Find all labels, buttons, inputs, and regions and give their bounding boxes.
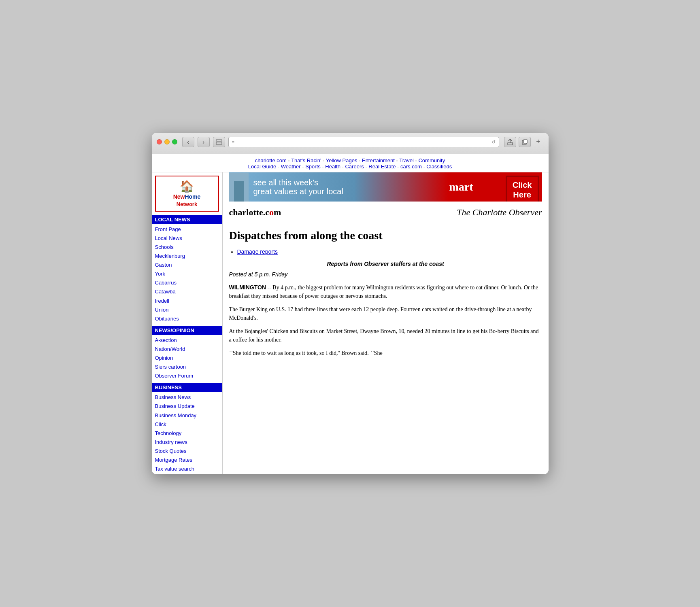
nav-weather[interactable]: Weather bbox=[281, 163, 301, 170]
banner-line2: great values at your local bbox=[253, 187, 537, 196]
article-para-4: ``She told me to wait as long as it took… bbox=[229, 349, 542, 357]
minimize-button[interactable] bbox=[164, 139, 170, 144]
brand-row: charlotte.com The Charlotte Observer bbox=[229, 205, 542, 222]
sidebar-link-schools[interactable]: Schools bbox=[155, 243, 219, 252]
nav-yellow-pages[interactable]: Yellow Pages bbox=[326, 157, 357, 163]
close-button[interactable] bbox=[157, 139, 162, 144]
banner-line1: see all this week's bbox=[253, 178, 537, 187]
svg-rect-0 bbox=[216, 140, 222, 141]
refresh-button[interactable]: ↺ bbox=[491, 139, 496, 145]
browser-window: ‹ › ≡ ↺ bbox=[152, 133, 549, 474]
back-button[interactable]: ‹ bbox=[182, 137, 194, 147]
kmart-logo: mart bbox=[449, 180, 473, 193]
observer-brand: The Charlotte Observer bbox=[457, 207, 542, 218]
forward-button[interactable]: › bbox=[198, 137, 210, 147]
svg-rect-1 bbox=[216, 142, 222, 144]
nav-health[interactable]: Health bbox=[325, 163, 340, 170]
click-here-button[interactable]: Click Here bbox=[506, 176, 539, 202]
sidebar-local-news-links: Front Page Local News Schools Mecklenbur… bbox=[152, 224, 222, 324]
nav-sports[interactable]: Sports bbox=[305, 163, 321, 170]
nav-cars[interactable]: cars.com bbox=[400, 163, 422, 170]
sidebar-link-gaston[interactable]: Gaston bbox=[155, 261, 219, 270]
article-para-1: WILMINGTON -- By 4 p.m., the biggest pro… bbox=[229, 283, 542, 300]
logo-new: New bbox=[173, 193, 185, 200]
sidebar-link-opinion[interactable]: Opinion bbox=[155, 354, 219, 363]
article-para-2: The Burger King on U.S. 17 had three lin… bbox=[229, 305, 542, 322]
nav-entertainment[interactable]: Entertainment bbox=[362, 157, 395, 163]
article-para-3: At the Bojangles' Chicken and Biscuits o… bbox=[229, 327, 542, 344]
article-title: Dispatches from along the coast bbox=[229, 229, 542, 242]
click-here-label: Click bbox=[513, 180, 532, 190]
sidebar-news-opinion-links: A-section Nation/World Opinion Siers car… bbox=[152, 335, 222, 381]
sidebar-link-york[interactable]: York bbox=[155, 270, 219, 278]
logo-home: Home bbox=[185, 193, 200, 200]
sidebar-link-local-news[interactable]: Local News bbox=[155, 234, 219, 243]
article-links: Damage reports bbox=[229, 248, 542, 255]
tabs-icon bbox=[216, 139, 222, 145]
sidebar-link-business-monday[interactable]: Business Monday bbox=[155, 411, 219, 420]
sidebar-link-business-news[interactable]: Business News bbox=[155, 393, 219, 402]
nav-travel[interactable]: Travel bbox=[399, 157, 414, 163]
main-layout: 🏠 NewHome Network LOCAL NEWS Front Page … bbox=[152, 172, 549, 474]
maximize-button[interactable] bbox=[172, 139, 177, 144]
logo-network: Network bbox=[177, 201, 197, 207]
sidebar-local-news-header: LOCAL NEWS bbox=[152, 215, 222, 224]
sidebar-business-links: Business News Business Update Business M… bbox=[152, 392, 222, 474]
sidebar-link-business-update[interactable]: Business Update bbox=[155, 402, 219, 411]
new-window-button[interactable] bbox=[519, 137, 531, 147]
nav-classifieds[interactable]: Classifieds bbox=[426, 163, 452, 170]
charlotte-dot: o bbox=[269, 207, 274, 217]
sidebar-link-mortgage-rates[interactable]: Mortgage Rates bbox=[155, 456, 219, 465]
browser-chrome: ‹ › ≡ ↺ bbox=[152, 133, 549, 154]
charlotte-brand: charlotte.com bbox=[229, 207, 281, 218]
new-tab-button[interactable]: + bbox=[533, 137, 544, 147]
damage-reports-link[interactable]: Damage reports bbox=[237, 248, 278, 255]
nav-local-guide[interactable]: Local Guide bbox=[248, 163, 276, 170]
article-posted: Posted at 5 p.m. Friday bbox=[229, 271, 542, 278]
sidebar-link-tax-value-search[interactable]: Tax value search bbox=[155, 465, 219, 473]
nav-community[interactable]: Community bbox=[418, 157, 445, 163]
sidebar-link-mecklenburg[interactable]: Mecklenburg bbox=[155, 252, 219, 261]
click-here-label2: Here bbox=[513, 190, 532, 200]
nav-charlotte[interactable]: charlotte.com bbox=[255, 157, 287, 163]
sidebar-link-obituaries[interactable]: Obituaries bbox=[155, 314, 219, 323]
nav-thats-racin[interactable]: That's Racin' bbox=[291, 157, 321, 163]
sidebar-link-industry-news[interactable]: Industry news bbox=[155, 438, 219, 447]
article-subhead: Reports from Observer staffers at the co… bbox=[229, 261, 542, 267]
sidebar-link-iredell[interactable]: Iredell bbox=[155, 297, 219, 306]
sidebar-link-catawba[interactable]: Catawba bbox=[155, 287, 219, 296]
sidebar-link-siers-cartoon[interactable]: Siers cartoon bbox=[155, 363, 219, 371]
browser-actions: + bbox=[504, 137, 544, 147]
traffic-lights bbox=[157, 139, 177, 144]
content-area: see all this week's great values at your… bbox=[223, 172, 549, 371]
sidebar-link-cabarrus[interactable]: Cabarrus bbox=[155, 278, 219, 287]
sidebar-link-observer-forum[interactable]: Observer Forum bbox=[155, 371, 219, 380]
browser-content: charlotte.com - That's Racin' - Yellow P… bbox=[152, 154, 549, 474]
nav-real-estate[interactable]: Real Estate bbox=[368, 163, 396, 170]
sidebar-link-a-section[interactable]: A-section bbox=[155, 336, 219, 345]
sidebar-link-stock-quotes[interactable]: Stock Quotes bbox=[155, 447, 219, 456]
address-bar-menu-icon: ≡ bbox=[232, 140, 234, 144]
sidebar-link-technology[interactable]: Technology bbox=[155, 429, 219, 438]
share-button[interactable] bbox=[504, 137, 516, 147]
tabs-button[interactable] bbox=[213, 137, 225, 147]
house-icon: 🏠 bbox=[159, 180, 215, 193]
sidebar-logo: 🏠 NewHome Network bbox=[155, 176, 219, 212]
svg-rect-4 bbox=[523, 140, 527, 143]
sidebar: 🏠 NewHome Network LOCAL NEWS Front Page … bbox=[152, 172, 223, 474]
sidebar-news-opinion-header: NEWS/OPINION bbox=[152, 326, 222, 335]
sidebar-link-nation-world[interactable]: Nation/World bbox=[155, 345, 219, 354]
address-bar[interactable]: ≡ ↺ bbox=[228, 137, 499, 147]
new-window-icon bbox=[522, 139, 528, 145]
site-nav: charlotte.com - That's Racin' - Yellow P… bbox=[152, 154, 549, 172]
banner-ad[interactable]: see all this week's great values at your… bbox=[229, 172, 542, 202]
share-icon bbox=[507, 139, 513, 145]
sidebar-business-header: BUSINESS bbox=[152, 383, 222, 392]
sidebar-link-front-page[interactable]: Front Page bbox=[155, 225, 219, 234]
article-dateline: WILMINGTON bbox=[229, 284, 266, 291]
article-body: WILMINGTON -- By 4 p.m., the biggest pro… bbox=[229, 283, 542, 357]
banner-text: see all this week's great values at your… bbox=[249, 178, 542, 196]
nav-careers[interactable]: Careers bbox=[345, 163, 364, 170]
sidebar-link-click[interactable]: Click bbox=[155, 420, 219, 429]
sidebar-link-union[interactable]: Union bbox=[155, 306, 219, 314]
